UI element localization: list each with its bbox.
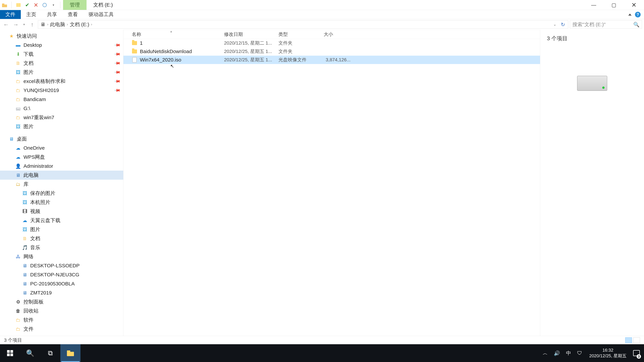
tab-home[interactable]: 主页 bbox=[21, 10, 42, 19]
chevron-right-icon[interactable]: › bbox=[67, 22, 68, 27]
nav-lib-item[interactable]: 🎵音乐 bbox=[0, 243, 123, 252]
picture-icon: 🖼 bbox=[22, 190, 28, 196]
column-name[interactable]: ▴名称 bbox=[124, 31, 224, 37]
minimize-button[interactable]: — bbox=[584, 0, 604, 10]
nav-folder-item[interactable]: 🗀软件 bbox=[0, 316, 123, 325]
column-type[interactable]: 类型 bbox=[278, 31, 324, 37]
tab-view[interactable]: 查看 bbox=[62, 10, 83, 19]
nav-control-panel[interactable]: ⚙控制面板 bbox=[0, 297, 123, 306]
nav-lib-item[interactable]: 🖼保存的图片 bbox=[0, 189, 123, 198]
nav-network-item[interactable]: 🖥DESKTOP-NJEU3CG bbox=[0, 270, 123, 279]
breadcrumb-drive[interactable]: 文档 (E:) bbox=[70, 21, 90, 28]
volume-icon[interactable]: 🔊 bbox=[551, 344, 563, 362]
nav-quick-item[interactable]: 🗀win7重装win7 bbox=[0, 113, 123, 122]
nav-quick-item[interactable]: 🗀YUNQISHI2019📌 bbox=[0, 86, 123, 95]
details-view-button[interactable] bbox=[625, 337, 632, 343]
nav-folder-item[interactable]: 🗀文件 bbox=[0, 325, 123, 334]
nav-network-item[interactable]: 🖥PC-20190530OBLA bbox=[0, 279, 123, 288]
status-text: 3 个项目 bbox=[4, 337, 22, 344]
nav-quick-item[interactable]: 🖼图片📌 bbox=[0, 68, 123, 77]
task-view-button[interactable]: ⧉ bbox=[40, 344, 60, 362]
nav-quick-item[interactable]: 🗎文档📌 bbox=[0, 59, 123, 68]
file-date: 2020/12/25, 星期五 1... bbox=[224, 48, 278, 55]
back-button[interactable]: ← bbox=[2, 20, 10, 28]
nav-label: 下载 bbox=[24, 51, 34, 58]
file-explorer-taskbar-icon[interactable] bbox=[60, 344, 80, 362]
nav-lib-item[interactable]: 🗎文档 bbox=[0, 234, 123, 243]
nav-lib-item[interactable]: 🖼本机照片 bbox=[0, 198, 123, 207]
nav-quick-item[interactable]: 🖴G:\ bbox=[0, 104, 123, 113]
qat-properties-icon[interactable] bbox=[42, 2, 48, 8]
forward-button[interactable]: → bbox=[12, 20, 20, 28]
nav-quick-access[interactable]: ★快速访问 bbox=[0, 31, 123, 40]
qat-new-folder-icon[interactable] bbox=[16, 2, 21, 8]
nav-desktop-item[interactable]: ☁WPS网盘 bbox=[0, 152, 123, 162]
nav-quick-item[interactable]: 🗀Bandicam bbox=[0, 95, 123, 104]
action-center-button[interactable]: 3 bbox=[630, 344, 642, 362]
nav-desktop-item[interactable]: 👤Administrator bbox=[0, 162, 123, 171]
search-icon[interactable]: 🔍 bbox=[633, 22, 640, 27]
maximize-button[interactable]: ▢ bbox=[604, 0, 624, 10]
tab-file[interactable]: 文件 bbox=[0, 10, 21, 19]
file-row-selected[interactable]: Win7x64_2020.iso 2020/12/25, 星期五 1... 光盘… bbox=[124, 56, 540, 64]
nav-quick-item[interactable]: ▬Desktop📌 bbox=[0, 40, 123, 50]
search-placeholder: 搜索"文档 (E:)" bbox=[572, 21, 606, 28]
file-type: 光盘映像文件 bbox=[278, 57, 324, 63]
nav-libraries[interactable]: 🗂库 bbox=[0, 180, 123, 189]
nav-quick-item[interactable]: 🗀excel表格制作求和📌 bbox=[0, 77, 123, 86]
file-row[interactable]: BaiduNetdiskDownload 2020/12/25, 星期五 1..… bbox=[124, 47, 540, 56]
help-icon[interactable]: ? bbox=[635, 12, 641, 17]
nav-lib-item[interactable]: 🎞视频 bbox=[0, 207, 123, 216]
file-rows[interactable]: 1 2020/12/15, 星期二 1... 文件夹 BaiduNetdiskD… bbox=[124, 39, 540, 336]
nav-network-item[interactable]: 🖥ZMT2019 bbox=[0, 288, 123, 297]
nav-desktop-item[interactable]: ☁OneDrive bbox=[0, 143, 123, 152]
svg-rect-1 bbox=[2, 3, 4, 5]
music-icon: 🎵 bbox=[22, 245, 28, 251]
clock[interactable]: 16:32 2020/12/25, 星期五 bbox=[585, 348, 630, 359]
search-button[interactable]: 🔍 bbox=[20, 344, 40, 362]
up-button[interactable]: ↑ bbox=[28, 20, 36, 28]
column-date[interactable]: 修改日期 bbox=[224, 31, 278, 37]
nav-label: DESKTOP-NJEU3CG bbox=[30, 272, 79, 278]
ime-indicator[interactable]: 中 bbox=[563, 344, 574, 362]
app-icon[interactable] bbox=[2, 2, 8, 8]
nav-quick-item[interactable]: ⬇下载📌 bbox=[0, 50, 123, 59]
user-icon: 👤 bbox=[15, 163, 21, 169]
qat-check-icon[interactable]: ✔ bbox=[24, 2, 30, 8]
tab-drive-tools[interactable]: 驱动器工具 bbox=[83, 10, 119, 19]
nav-lib-item[interactable]: 🖼图片 bbox=[0, 225, 123, 234]
nav-desktop[interactable]: 🖥桌面 bbox=[0, 134, 123, 143]
nav-label: 本机照片 bbox=[30, 199, 50, 206]
refresh-icon[interactable]: ↻ bbox=[561, 22, 565, 27]
nav-network[interactable]: 🖧网络 bbox=[0, 252, 123, 261]
breadcrumb-pc[interactable]: 此电脑 bbox=[50, 21, 65, 28]
navigation-bar: ← → ▾ ↑ 🖥 › 此电脑 › 文档 (E:) › ⌄ ↻ 搜索"文档 (E… bbox=[0, 19, 644, 30]
chevron-right-icon[interactable]: › bbox=[47, 22, 48, 27]
nav-quick-item[interactable]: 🖼图片 bbox=[0, 122, 123, 131]
history-dropdown-icon[interactable]: ▾ bbox=[22, 20, 26, 28]
start-button[interactable] bbox=[0, 344, 20, 362]
quick-access-toolbar: ✔ ✕ ▾ bbox=[0, 0, 63, 10]
search-input[interactable]: 搜索"文档 (E:)" 🔍 bbox=[570, 20, 642, 29]
tray-overflow-icon[interactable]: ︿ bbox=[540, 344, 551, 362]
chevron-right-icon[interactable]: › bbox=[91, 22, 92, 27]
picture-icon: 🖼 bbox=[22, 199, 28, 205]
contextual-tab-manage[interactable]: 管理 bbox=[63, 0, 86, 10]
security-icon[interactable]: 🛡 bbox=[574, 344, 585, 362]
qat-close-icon[interactable]: ✕ bbox=[33, 2, 39, 8]
qat-dropdown-icon[interactable]: ▾ bbox=[50, 2, 56, 8]
navigation-pane[interactable]: ★快速访问 ▬Desktop📌 ⬇下载📌 🗎文档📌 🖼图片📌 🗀excel表格制… bbox=[0, 30, 124, 336]
title-bar: ✔ ✕ ▾ 管理 文档 (E:) — ▢ ✕ bbox=[0, 0, 644, 10]
tab-share[interactable]: 共享 bbox=[42, 10, 62, 19]
address-bar[interactable]: 🖥 › 此电脑 › 文档 (E:) › ⌄ ↻ bbox=[38, 20, 568, 29]
nav-this-pc[interactable]: 🖥此电脑 bbox=[0, 171, 123, 180]
file-row[interactable]: 1 2020/12/15, 星期二 1... 文件夹 bbox=[124, 39, 540, 47]
nav-lib-item[interactable]: ☁天翼云盘下载 bbox=[0, 216, 123, 225]
column-size[interactable]: 大小 bbox=[324, 31, 350, 37]
nav-recycle-bin[interactable]: 🗑回收站 bbox=[0, 306, 123, 316]
ribbon-collapse-icon[interactable] bbox=[628, 13, 632, 15]
close-button[interactable]: ✕ bbox=[624, 0, 644, 10]
nav-network-item[interactable]: 🖥DESKTOP-LSSOEDP bbox=[0, 261, 123, 270]
address-dropdown-icon[interactable]: ⌄ bbox=[553, 22, 556, 27]
icons-view-button[interactable] bbox=[633, 337, 640, 343]
